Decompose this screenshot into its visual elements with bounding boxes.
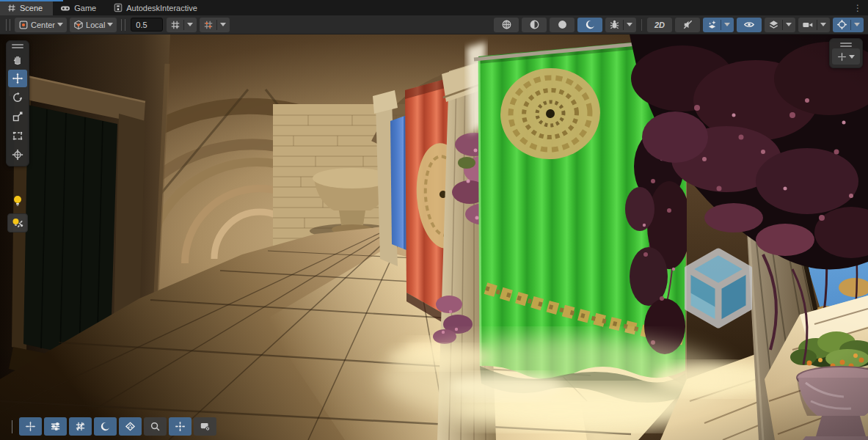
grid-hash-icon bbox=[75, 421, 86, 432]
move-tool-icon bbox=[12, 73, 23, 84]
material-icon bbox=[114, 3, 123, 12]
scene-visibility-button[interactable] bbox=[737, 18, 762, 32]
view-orientation-button[interactable] bbox=[832, 48, 860, 65]
crescent-moon-icon bbox=[100, 421, 111, 432]
effects-icon bbox=[707, 19, 718, 30]
shading-solid-button[interactable] bbox=[550, 18, 575, 32]
bottom-toolbar-overlay bbox=[12, 417, 216, 436]
light-bulb-icon bbox=[11, 194, 24, 208]
2d-toggle: 2D bbox=[654, 21, 665, 29]
pan-arrows-icon bbox=[25, 421, 36, 432]
chevron-down-icon bbox=[724, 23, 730, 26]
unity-editor-window: Scene Game AutodeskInteractive ⋮ Center bbox=[0, 0, 868, 440]
light-adjust-tool-button[interactable] bbox=[7, 213, 28, 232]
chevron-down-icon bbox=[849, 55, 855, 59]
sliders-icon bbox=[50, 421, 61, 432]
tab-label: Scene bbox=[20, 4, 43, 12]
hand-tool-button[interactable] bbox=[8, 51, 27, 68]
tab-label: AutodeskInteractive bbox=[126, 4, 197, 12]
snap-increment-button[interactable] bbox=[167, 18, 197, 32]
debug-bug-button[interactable] bbox=[605, 18, 636, 32]
chevron-down-icon bbox=[57, 23, 63, 26]
sponza-corridor-render bbox=[0, 34, 868, 440]
shading-wireframe-button[interactable] bbox=[494, 18, 519, 32]
kebab-menu-icon[interactable]: ⋮ bbox=[847, 0, 868, 15]
overlay-drag-handle[interactable] bbox=[12, 43, 23, 50]
rect-tool-button[interactable] bbox=[8, 127, 27, 144]
tab-autodeskinteractive[interactable]: AutodeskInteractive bbox=[106, 0, 208, 15]
scene-toolbar: Center Local bbox=[0, 15, 868, 34]
rect-tool-icon bbox=[12, 130, 23, 142]
crescent-moon-icon bbox=[585, 19, 596, 30]
game-controller-icon bbox=[60, 4, 70, 12]
scale-tool-button[interactable] bbox=[8, 108, 27, 125]
chevron-down-icon bbox=[187, 23, 193, 26]
overlay-drag-handle[interactable] bbox=[12, 420, 15, 433]
overlay-drag-handle[interactable] bbox=[121, 19, 125, 31]
transform-tool-button[interactable] bbox=[8, 146, 27, 164]
audio-muted-icon bbox=[682, 19, 693, 30]
sphere-solid-icon bbox=[557, 19, 568, 30]
tab-label: Game bbox=[74, 4, 96, 12]
sphere-wireframe-icon bbox=[501, 19, 512, 30]
search-button[interactable] bbox=[144, 417, 167, 436]
particles-button[interactable] bbox=[119, 417, 142, 436]
chevron-down-icon bbox=[627, 23, 632, 26]
pan-arrows-icon bbox=[837, 52, 847, 62]
overlay-drag-handle[interactable] bbox=[840, 41, 852, 48]
grid-visibility-button[interactable] bbox=[200, 18, 230, 32]
pivot-center-button[interactable]: Center bbox=[15, 18, 67, 32]
rotate-tool-button[interactable] bbox=[8, 89, 27, 106]
hand-tool-icon bbox=[12, 54, 23, 65]
toggle-2d-button[interactable]: 2D bbox=[647, 18, 672, 32]
shading-half-button[interactable] bbox=[522, 18, 547, 32]
view-orientation-overlay bbox=[829, 38, 863, 68]
pivot-center-icon bbox=[18, 20, 29, 30]
focus-indicator bbox=[0, 0, 63, 1]
chevron-down-icon bbox=[854, 23, 860, 26]
search-icon bbox=[150, 421, 161, 432]
layers-button[interactable] bbox=[765, 18, 795, 32]
bug-icon bbox=[609, 19, 620, 30]
tab-game[interactable]: Game bbox=[53, 0, 106, 15]
scene-viewport[interactable] bbox=[0, 34, 868, 440]
local-space-icon bbox=[73, 20, 84, 30]
light-bulb-tool-button[interactable] bbox=[7, 191, 28, 210]
tab-scene[interactable]: Scene bbox=[0, 0, 53, 15]
grid-visibility-icon bbox=[203, 20, 214, 30]
light-adjust-icon bbox=[11, 216, 24, 230]
transform-tool-icon bbox=[12, 149, 23, 161]
scene-camera-button[interactable] bbox=[798, 18, 830, 32]
orientation-local-button[interactable]: Local bbox=[70, 18, 117, 32]
scene-visibility-eye-icon bbox=[743, 19, 755, 30]
crosshair-icon bbox=[175, 421, 186, 432]
view-options-group: 2D bbox=[492, 18, 865, 32]
audio-mute-button[interactable] bbox=[675, 18, 700, 32]
effects-button[interactable] bbox=[703, 18, 734, 32]
scale-tool-icon bbox=[12, 111, 23, 122]
tab-bar: Scene Game AutodeskInteractive ⋮ bbox=[0, 0, 868, 15]
capture-camera-button[interactable] bbox=[194, 417, 216, 436]
layers-icon bbox=[768, 19, 779, 30]
sliders-button[interactable] bbox=[44, 417, 67, 436]
rotate-tool-icon bbox=[12, 92, 23, 103]
move-tool-button[interactable] bbox=[8, 70, 27, 87]
grid-hash-button[interactable] bbox=[69, 417, 92, 436]
capture-camera-icon bbox=[200, 421, 211, 432]
crescent-moon-button[interactable] bbox=[94, 417, 117, 436]
tools-overlay bbox=[6, 40, 29, 166]
sphere-half-icon bbox=[529, 19, 540, 30]
overlay-drag-handle[interactable] bbox=[6, 19, 10, 31]
chevron-down-icon bbox=[820, 23, 826, 26]
selected-object-cube-gizmo[interactable] bbox=[685, 247, 752, 329]
snap-value-field[interactable] bbox=[131, 18, 163, 32]
particles-icon bbox=[125, 421, 136, 432]
chevron-down-icon bbox=[220, 23, 226, 26]
navigation-gizmo-button[interactable] bbox=[833, 18, 864, 32]
pan-arrows-button[interactable] bbox=[19, 417, 42, 436]
crosshair-button[interactable] bbox=[169, 417, 192, 436]
shading-moon-button[interactable] bbox=[577, 18, 602, 32]
scene-grid-icon bbox=[7, 4, 16, 12]
navigation-gizmo-icon bbox=[836, 19, 847, 30]
chevron-down-icon bbox=[786, 23, 792, 26]
